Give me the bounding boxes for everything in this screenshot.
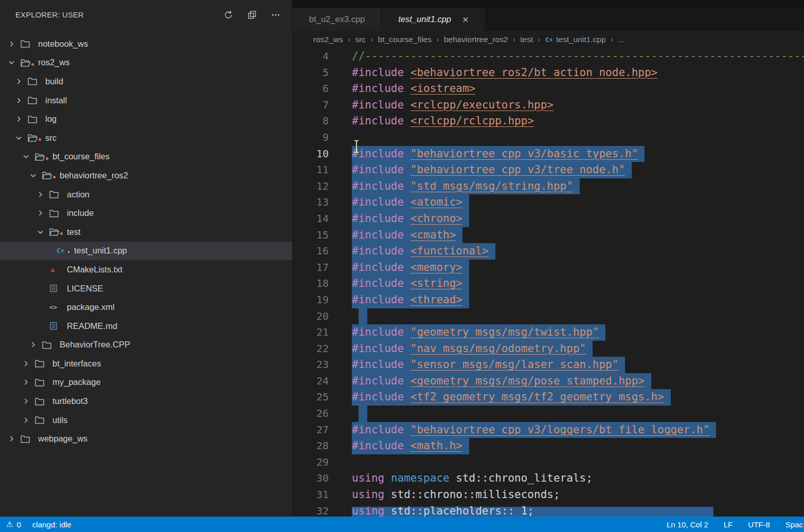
code-line-31[interactable]: 31using std::chrono::milliseconds; (293, 487, 804, 503)
close-icon[interactable]: × (462, 14, 469, 25)
code-line-27[interactable]: 27#include "behaviortree_cpp_v3/loggers/… (293, 422, 804, 438)
code-line-13[interactable]: 13#include <atomic> (293, 194, 804, 211)
tab-bt-u2-ex3-cpp[interactable]: bt_u2_ex3.cpp (293, 8, 382, 31)
breadcrumb-item-src[interactable]: src (355, 35, 366, 44)
code-line-29[interactable]: 29 (293, 454, 804, 471)
line-content: #include <cmath> (352, 227, 462, 244)
problems-indicator[interactable]: ⚠ 0 (6, 520, 21, 529)
tree-item-my-package[interactable]: my_package (0, 373, 292, 392)
tab-test-unit1-cpp[interactable]: test_unit1.cpp× (382, 8, 485, 31)
editor-tabs: bt_u2_ex3.cpptest_unit1.cpp× (293, 8, 804, 31)
tree-item-behaviortree-cpp[interactable]: BehaviorTree.CPP (0, 336, 292, 355)
code-line-23[interactable]: 23#include "sensor_msgs/msg/laser_scan.h… (293, 357, 804, 373)
tree-item-build[interactable]: build (0, 72, 292, 91)
line-content: #include <tf2_geometry_msgs/tf2_geometry… (352, 389, 671, 406)
tree-item-action[interactable]: action (0, 185, 292, 204)
code-line-18[interactable]: 18#include <string> (293, 276, 804, 292)
tree-item-behaviortree-ros2[interactable]: behaviortree_ros2 (0, 166, 292, 185)
code-line-10[interactable]: 10#include "behaviortree_cpp_v3/basic_ty… (293, 146, 804, 162)
breadcrumb-item-test[interactable]: test (520, 35, 533, 44)
code-line-4[interactable]: 4//-------------------------------------… (293, 48, 804, 65)
code-line-9[interactable]: 9 (293, 130, 804, 146)
chevron-right-icon[interactable] (22, 416, 35, 425)
chevron-down-icon[interactable] (14, 134, 28, 142)
tree-item-webpage-ws[interactable]: webpage_ws (0, 429, 292, 448)
tree-item-cmakelists-txt[interactable]: ▲CMakeLists.txt (0, 260, 292, 279)
code-line-16[interactable]: 16#include <functional> (293, 243, 804, 260)
cpp-file-icon: C+ (545, 36, 553, 44)
code-line-12[interactable]: 12#include "std_msgs/msg/string.hpp" (293, 178, 804, 195)
code-line-22[interactable]: 22#include "nav_msgs/msg/odometry.hpp" (293, 341, 804, 357)
status-bar: ⚠ 0 clangd: idle Ln 10, Col 2 LF UTF-8 S… (0, 517, 804, 532)
code-line-28[interactable]: 28#include <math.h> (293, 438, 804, 454)
chevron-right-icon[interactable] (7, 434, 21, 443)
chevron-right-icon[interactable] (29, 340, 42, 349)
code-line-24[interactable]: 24#include <geometry_msgs/msg/pose_stamp… (293, 373, 804, 390)
line-content: using std::placeholders::_1; (352, 503, 534, 517)
code-line-30[interactable]: 30using namespace std::chrono_literals; (293, 470, 804, 487)
indentation-indicator[interactable]: Spac (785, 520, 803, 529)
tree-item-notebook-ws[interactable]: notebook_ws (0, 34, 292, 53)
chevron-right-icon[interactable] (7, 40, 21, 48)
chevron-right-icon[interactable] (22, 397, 35, 406)
encoding-indicator[interactable]: UTF-8 (748, 520, 770, 529)
refresh-icon[interactable] (223, 10, 234, 20)
tree-item-bt-interfaces[interactable]: bt_interfaces (0, 354, 292, 373)
breadcrumb-item-test-unit1-cpp[interactable]: C+test_unit1.cpp (545, 35, 606, 44)
code-line-19[interactable]: 19#include <thread> (293, 292, 804, 308)
code-editor[interactable]: 4//-------------------------------------… (293, 48, 804, 517)
tree-item-log[interactable]: log (0, 109, 292, 129)
modified-dot (38, 137, 42, 142)
code-line-15[interactable]: 15#include <cmath> (293, 227, 804, 244)
tree-item-install[interactable]: install (0, 91, 292, 110)
chevron-down-icon[interactable] (29, 171, 42, 180)
eol-indicator[interactable]: LF (724, 520, 733, 529)
line-content: using std::chrono::milliseconds; (352, 487, 560, 503)
tree-item-utils[interactable]: utils (0, 411, 292, 430)
code-line-32[interactable]: 32using std::placeholders::_1; (293, 503, 804, 517)
code-line-20[interactable]: 20 (293, 308, 804, 325)
chevron-right-icon[interactable] (36, 209, 49, 217)
chevron-right-icon[interactable] (14, 96, 28, 105)
chevron-down-icon[interactable] (36, 228, 49, 236)
tree-item-ros2-ws[interactable]: ros2_ws (0, 53, 292, 72)
code-line-21[interactable]: 21#include "geometry_msgs/msg/twist.hpp" (293, 324, 804, 341)
chevron-right-icon[interactable] (22, 359, 35, 368)
code-line-7[interactable]: 7#include <rclcpp/executors.hpp> (293, 97, 804, 114)
tree-item-test-unit1-cpp[interactable]: C+test_unit1.cpp (0, 242, 292, 261)
more-actions-icon[interactable] (271, 10, 281, 20)
chevron-down-icon[interactable] (7, 58, 21, 67)
editor-top-strip (293, 0, 804, 8)
chevron-down-icon[interactable] (22, 152, 35, 161)
breadcrumb-item--[interactable]: ... (618, 35, 624, 44)
tree-item-src[interactable]: src (0, 129, 292, 148)
breadcrumb-item-ros2-ws[interactable]: ros2_ws (313, 35, 343, 44)
code-line-26[interactable]: 26 (293, 406, 804, 422)
code-line-25[interactable]: 25#include <tf2_geometry_msgs/tf2_geomet… (293, 389, 804, 406)
chevron-right-icon[interactable] (22, 378, 35, 387)
breadcrumb-item-bt-course-files[interactable]: bt_course_files (378, 35, 432, 44)
cursor-position[interactable]: Ln 10, Col 2 (667, 520, 708, 529)
chevron-right-icon[interactable] (14, 77, 28, 86)
chevron-right-icon[interactable] (36, 190, 49, 199)
line-content: #include "behaviortree_cpp_v3/loggers/bt… (352, 422, 716, 438)
breadcrumb-item-behaviortree-ros2[interactable]: behaviortree_ros2 (444, 35, 508, 44)
tree-item-readme-md[interactable]: README.md (0, 317, 292, 336)
tree-item-turtlebot3[interactable]: turtlebot3 (0, 392, 292, 411)
tree-item-package-xml[interactable]: <>package.xml (0, 298, 292, 317)
code-line-17[interactable]: 17#include <memory> (293, 260, 804, 276)
tree-item-license[interactable]: LICENSE (0, 279, 292, 298)
tree-item-bt-course-files[interactable]: bt_course_files (0, 148, 292, 167)
code-line-8[interactable]: 8#include <rclcpp/rclcpp.hpp> (293, 113, 804, 130)
code-line-14[interactable]: 14#include <chrono> (293, 211, 804, 227)
tree-item-label: turtlebot3 (52, 396, 88, 406)
code-line-6[interactable]: 6#include <iostream> (293, 81, 804, 97)
folder-open-icon (21, 59, 36, 67)
code-line-11[interactable]: 11#include "behaviortree_cpp_v3/tree_nod… (293, 162, 804, 178)
chevron-right-icon[interactable] (14, 115, 28, 123)
tree-item-test[interactable]: test (0, 223, 292, 242)
collapse-folders-icon[interactable] (247, 10, 257, 20)
code-line-5[interactable]: 5#include <behaviortree_ros2/bt_action_n… (293, 65, 804, 81)
tree-item-include[interactable]: include (0, 204, 292, 223)
clangd-status[interactable]: clangd: idle (32, 520, 72, 529)
